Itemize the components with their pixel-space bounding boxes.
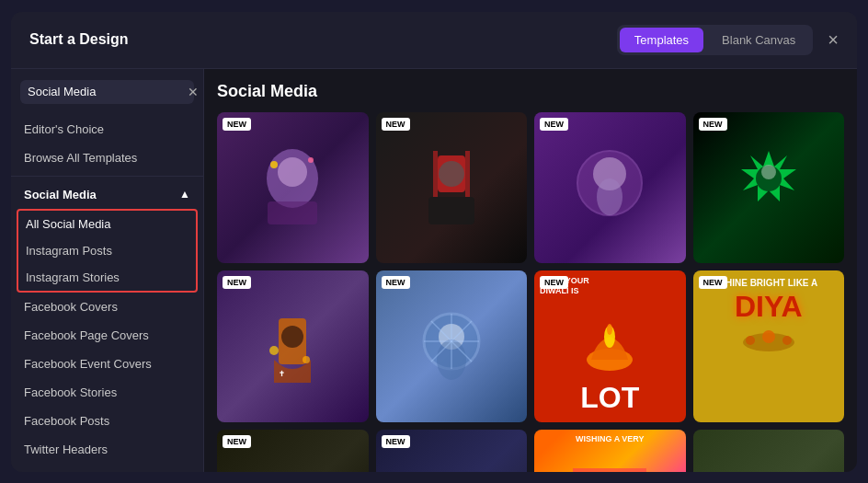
svg-point-2	[270, 161, 278, 168]
tab-group: Templates Blank Canvas	[617, 25, 813, 55]
svg-rect-7	[465, 151, 470, 197]
sidebar-item-twitter-posts[interactable]: Twitter Posts	[11, 464, 203, 472]
tab-templates[interactable]: Templates	[620, 28, 703, 52]
svg-point-18	[269, 346, 279, 355]
card-figure	[534, 112, 686, 264]
chevron-up-icon: ▲	[179, 188, 190, 201]
template-card-4[interactable]: NEW	[693, 112, 845, 264]
tab-blank-canvas[interactable]: Blank Canvas	[707, 28, 810, 52]
svg-point-1	[278, 157, 307, 187]
template-card-8[interactable]: NEW SHINE BRIGHT LIKE A DIYA	[693, 270, 845, 422]
template-card-6[interactable]: NEW	[376, 270, 528, 422]
template-card-7[interactable]: NEW HOPE YOURDIWALI IS LOT	[534, 270, 686, 422]
template-card-3[interactable]: NEW	[534, 112, 686, 264]
template-card-11[interactable]: WISHING A VERY HAPPY PRIDE	[534, 430, 686, 472]
close-button[interactable]: ×	[828, 30, 839, 49]
sidebar-divider	[11, 176, 203, 177]
selected-group: All Social Media Instagram Posts Instagr…	[17, 209, 198, 293]
search-bar[interactable]: ✕ 🔍	[20, 80, 194, 104]
sidebar-item-facebook-event-covers[interactable]: Facebook Event Covers	[11, 350, 203, 378]
sidebar-item-instagram-stories[interactable]: Instagram Stories	[18, 264, 196, 291]
search-input[interactable]	[28, 85, 182, 98]
sidebar-item-facebook-page-covers[interactable]: Facebook Page Covers	[11, 321, 203, 350]
svg-point-19	[303, 356, 310, 363]
svg-rect-42	[573, 468, 646, 472]
modal-title: Start a Design	[29, 31, 617, 48]
svg-text:✝: ✝	[279, 370, 285, 378]
card-figure	[376, 270, 528, 422]
main-content: Social Media NEW	[204, 69, 857, 472]
start-a-design-modal: Start a Design Templates Blank Canvas × …	[11, 12, 857, 472]
sidebar-item-twitter-headers[interactable]: Twitter Headers	[11, 435, 203, 464]
template-card-5[interactable]: NEW ✝	[217, 270, 369, 422]
svg-point-8	[439, 161, 464, 187]
svg-point-30	[607, 324, 612, 335]
modal-header: Start a Design Templates Blank Canvas ×	[11, 12, 857, 69]
svg-rect-9	[428, 197, 474, 224]
new-badge: NEW	[223, 435, 251, 448]
card-figure	[217, 112, 369, 264]
svg-point-17	[281, 326, 303, 348]
sidebar-item-facebook-posts[interactable]: Facebook Posts	[11, 407, 203, 435]
card-figure: WISHING A VERY HAPPY PRIDE	[534, 430, 686, 472]
sidebar-item-instagram-posts[interactable]: Instagram Posts	[18, 237, 196, 264]
new-badge: NEW	[540, 276, 568, 289]
sidebar: ✕ 🔍 Editor's Choice Browse All Templates…	[11, 69, 204, 472]
new-badge: NEW	[382, 118, 410, 131]
new-badge: NEW	[540, 118, 568, 131]
new-badge: NEW	[699, 118, 727, 131]
svg-rect-6	[433, 151, 438, 197]
sidebar-item-browse-all[interactable]: Browse All Templates	[11, 144, 203, 172]
clear-search-button[interactable]: ✕	[188, 85, 199, 99]
svg-rect-4	[268, 201, 317, 224]
template-card-10[interactable]: NEW HAPPY DIWALI UP TO 30% OFF	[376, 430, 528, 472]
new-badge: NEW	[382, 435, 410, 448]
new-badge: NEW	[382, 276, 410, 289]
new-badge: NEW	[223, 118, 251, 131]
template-grid: NEW NEW	[217, 112, 844, 472]
sidebar-item-facebook-stories[interactable]: Facebook Stories	[11, 378, 203, 407]
sidebar-item-all-social[interactable]: All Social Media	[18, 211, 196, 237]
modal-body: ✕ 🔍 Editor's Choice Browse All Templates…	[11, 69, 857, 472]
svg-point-15	[761, 165, 776, 179]
template-card-9[interactable]: NEW	[217, 430, 369, 472]
template-card-12[interactable]	[693, 430, 845, 472]
new-badge: NEW	[223, 276, 251, 289]
sidebar-item-editors-choice[interactable]: Editor's Choice	[11, 115, 203, 144]
new-badge: NEW	[699, 276, 727, 289]
sidebar-section-social-media[interactable]: Social Media ▲	[11, 180, 203, 209]
section-title: Social Media	[217, 82, 844, 101]
sidebar-item-facebook-covers[interactable]: Facebook Covers	[11, 293, 203, 321]
card-figure	[376, 112, 528, 264]
svg-point-34	[782, 336, 792, 345]
template-card-2[interactable]: NEW	[376, 112, 528, 264]
card-figure: ✝	[217, 270, 369, 422]
template-card-1[interactable]: NEW	[217, 112, 369, 264]
card-figure: HOPE YOURDIWALI IS LOT	[534, 270, 686, 422]
svg-point-33	[762, 330, 775, 343]
svg-point-3	[308, 157, 314, 163]
svg-point-12	[597, 178, 622, 215]
card-figure	[693, 112, 845, 264]
card-figure: SHINE BRIGHT LIKE A DIYA	[693, 270, 845, 422]
card-figure	[693, 430, 845, 472]
svg-point-32	[746, 336, 755, 345]
